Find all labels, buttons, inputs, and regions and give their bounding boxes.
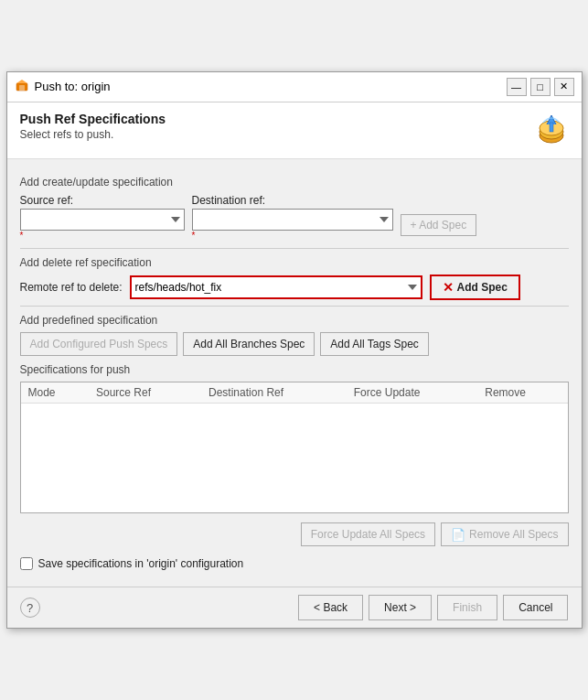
specs-empty-row bbox=[21, 403, 568, 512]
dest-label: Destination ref: bbox=[192, 194, 393, 207]
specs-table-header: Mode Source Ref Destination Ref Force Up… bbox=[21, 382, 568, 404]
source-field-group: Source ref: * bbox=[20, 194, 185, 242]
main-window: Push to: origin — □ ✕ Push Ref Specifica… bbox=[6, 71, 583, 630]
footer-help: ? bbox=[20, 598, 40, 618]
close-button[interactable]: ✕ bbox=[554, 78, 574, 96]
window-controls: — □ ✕ bbox=[507, 78, 574, 96]
window-icon bbox=[15, 78, 29, 95]
source-asterisk: * bbox=[20, 231, 185, 241]
save-checkbox[interactable] bbox=[20, 557, 33, 570]
footer-nav: < Back Next > Finish Cancel bbox=[298, 595, 568, 620]
divider-1 bbox=[20, 248, 569, 249]
cloud-upload-icon bbox=[534, 112, 569, 149]
col-remove: Remove bbox=[477, 382, 567, 404]
back-button[interactable]: < Back bbox=[298, 595, 363, 620]
add-all-branches-spec-button[interactable]: Add All Branches Spec bbox=[183, 332, 315, 356]
cancel-button[interactable]: Cancel bbox=[503, 595, 568, 620]
divider-2 bbox=[20, 306, 569, 307]
page-title: Push Ref Specifications bbox=[20, 112, 166, 126]
remove-all-specs-button[interactable]: 📄 Remove All Specs bbox=[441, 522, 568, 546]
specs-table: Mode Source Ref Destination Ref Force Up… bbox=[21, 382, 568, 513]
specs-table-container: Mode Source Ref Destination Ref Force Up… bbox=[20, 382, 569, 514]
svg-rect-1 bbox=[19, 85, 25, 91]
specs-footer: Force Update All Specs 📄 Remove All Spec… bbox=[20, 519, 569, 550]
specs-section: Specifications for push Mode Source Ref … bbox=[20, 363, 569, 551]
document-icon: 📄 bbox=[451, 528, 465, 542]
delete-section-label: Add delete ref specification bbox=[20, 256, 569, 269]
window-title: Push to: origin bbox=[35, 80, 501, 93]
save-label: Save specifications in 'origin' configur… bbox=[38, 557, 244, 570]
help-button[interactable]: ? bbox=[20, 598, 40, 618]
force-update-all-specs-button[interactable]: Force Update All Specs bbox=[301, 522, 435, 546]
delete-section: Add delete ref specification Remote ref … bbox=[20, 256, 569, 300]
x-delete-icon: ✕ bbox=[443, 280, 454, 295]
page-subtitle: Select refs to push. bbox=[20, 128, 166, 141]
dest-field-group: Destination ref: * bbox=[192, 194, 393, 242]
predefined-section: Add predefined specification Add Configu… bbox=[20, 314, 569, 356]
predefined-label: Add predefined specification bbox=[20, 314, 569, 327]
create-update-label: Add create/update specification bbox=[20, 176, 569, 188]
col-mode: Mode bbox=[21, 382, 89, 404]
add-all-tags-spec-button[interactable]: Add All Tags Spec bbox=[320, 332, 429, 356]
predefined-buttons-row: Add Configured Push Specs Add All Branch… bbox=[20, 332, 569, 356]
add-spec-delete-button[interactable]: ✕ Add Spec bbox=[430, 275, 520, 300]
create-update-section: Add create/update specification Source r… bbox=[20, 176, 569, 242]
create-update-row: Source ref: * Destination ref: * + Add S… bbox=[20, 194, 569, 242]
col-force-update: Force Update bbox=[347, 382, 478, 404]
delete-row: Remote ref to delete: refs/heads/hot_fix… bbox=[20, 275, 569, 300]
save-row: Save specifications in 'origin' configur… bbox=[20, 557, 569, 570]
dest-ref-select[interactable] bbox=[192, 209, 393, 231]
add-configured-push-specs-button[interactable]: Add Configured Push Specs bbox=[20, 332, 178, 356]
content-area: Add create/update specification Source r… bbox=[7, 159, 582, 587]
header-text: Push Ref Specifications Select refs to p… bbox=[20, 112, 166, 141]
dest-asterisk: * bbox=[192, 231, 393, 241]
title-bar: Push to: origin — □ ✕ bbox=[7, 72, 582, 102]
header-section: Push Ref Specifications Select refs to p… bbox=[7, 102, 582, 159]
remote-ref-select[interactable]: refs/heads/hot_fix bbox=[130, 275, 422, 299]
source-label: Source ref: bbox=[20, 194, 185, 207]
source-ref-select[interactable] bbox=[20, 209, 185, 231]
add-spec-create-button[interactable]: + Add Spec bbox=[401, 214, 477, 236]
col-dest-ref: Destination Ref bbox=[201, 382, 347, 404]
minimize-button[interactable]: — bbox=[507, 78, 527, 96]
col-source-ref: Source Ref bbox=[89, 382, 201, 404]
footer: ? < Back Next > Finish Cancel bbox=[7, 587, 582, 628]
next-button[interactable]: Next > bbox=[369, 595, 432, 620]
maximize-button[interactable]: □ bbox=[530, 78, 551, 96]
specs-table-label: Specifications for push bbox=[20, 363, 569, 376]
svg-rect-5 bbox=[550, 123, 553, 132]
finish-button[interactable]: Finish bbox=[437, 595, 497, 620]
remote-ref-label: Remote ref to delete: bbox=[20, 281, 123, 294]
